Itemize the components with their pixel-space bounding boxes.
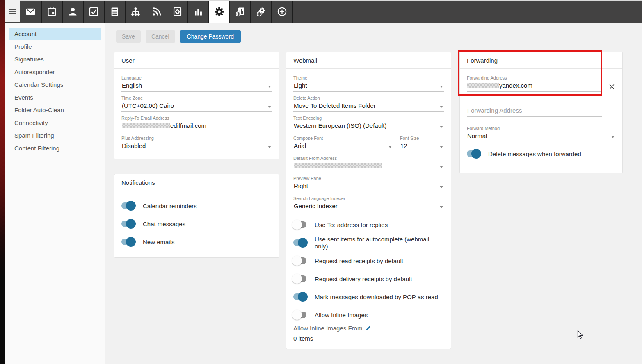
redacted-text: [467, 83, 499, 88]
text-encoding-select[interactable]: Text Encoding Western European (ISO) (De…: [293, 116, 444, 132]
forwarding-address-field[interactable]: Forwarding Address yandex.com: [467, 75, 602, 92]
search-language-indexer-select[interactable]: Search Language Indexer Generic Indexer: [293, 196, 444, 212]
gear-icon: [214, 6, 225, 17]
field-label: Plus Addressing: [121, 136, 272, 141]
menu-button[interactable]: [5, 0, 20, 22]
sidebar-item-label: Connectivity: [14, 119, 48, 126]
read-receipts-toggle[interactable]: [293, 257, 306, 264]
sent-items-autocomplete-toggle[interactable]: [293, 239, 306, 246]
forward-method-select[interactable]: Forward Method Normal: [467, 126, 615, 142]
use-to-address-toggle[interactable]: [293, 221, 306, 228]
toggle-knob: [292, 256, 302, 266]
toggle-label: Delete messages when forwarded: [488, 150, 581, 157]
sidebar-item-content-filtering[interactable]: Content Filtering: [9, 142, 101, 154]
calendar-reminders-toggle[interactable]: [121, 202, 135, 209]
notes-icon: [109, 6, 120, 17]
default-from-address-select[interactable]: Default From Address: [293, 156, 444, 172]
toolbar-calendar-button[interactable]: [41, 1, 62, 23]
toggle-label: Calendar reminders: [143, 202, 197, 209]
field-label: Default From Address: [293, 156, 444, 161]
sidebar-item-label: Events: [14, 94, 33, 101]
toggle-knob: [126, 201, 136, 211]
desktop-background-strip: [0, 0, 5, 364]
sidebar-item-signatures[interactable]: Signatures: [9, 53, 101, 65]
time-zone-select[interactable]: Time Zone (UTC+02:00) Cairo: [121, 96, 272, 112]
actions-row: Save Cancel Change Password: [116, 30, 241, 43]
cancel-button[interactable]: Cancel: [146, 30, 175, 43]
forwarding-card-title: Forwarding: [460, 52, 622, 69]
toggle-label: Mark messages downloaded by POP as read: [315, 293, 438, 300]
reply-to-email-field[interactable]: Reply-To Email Address ediffmail.com: [121, 116, 272, 132]
toolbar-filler: [292, 1, 642, 23]
sidebar-item-label: Content Filtering: [14, 145, 59, 152]
toolbar-news-feeds-button[interactable]: [146, 1, 167, 23]
sidebar-item-spam-filtering[interactable]: Spam Filtering: [9, 130, 101, 141]
toolbar-settings-button[interactable]: [208, 1, 229, 23]
toggle-label: Use To: address for replies: [315, 221, 388, 228]
webmail-card-title: Webmail: [286, 52, 451, 69]
chevron-down-icon: [440, 206, 443, 208]
field-value: Generic Indexer: [293, 202, 444, 212]
font-size-select[interactable]: Font Size 12: [400, 136, 444, 152]
compose-font-select[interactable]: Compose Font Arial: [293, 136, 393, 152]
download-box-icon: [172, 6, 183, 17]
domain-settings-icon: [256, 6, 267, 17]
pop-read-toggle[interactable]: [293, 293, 306, 300]
sidebar-item-profile[interactable]: Profile: [9, 41, 101, 52]
sidebar-item-calendar-settings[interactable]: Calendar Settings: [9, 79, 101, 91]
toggle-row-chat-messages: Chat messages: [121, 218, 272, 230]
toggle-row-sent-items-autocomplete: Use sent items for autocomplete (webmail…: [293, 237, 444, 248]
theme-select[interactable]: Theme Light: [293, 75, 444, 92]
toolbar-contacts-button[interactable]: [62, 1, 83, 23]
sidebar-item-connectivity[interactable]: Connectivity: [9, 117, 101, 129]
chevron-down-icon: [440, 166, 443, 168]
field-label: Delete Action: [293, 96, 444, 100]
toolbar-reports-button[interactable]: [187, 1, 208, 23]
remove-forwarding-address-button[interactable]: [608, 83, 615, 90]
sidebar-item-account[interactable]: Account: [9, 28, 101, 40]
redacted-text: [122, 123, 170, 128]
save-button[interactable]: Save: [116, 30, 141, 43]
toolbar-tasks-button[interactable]: [83, 1, 104, 23]
notifications-card-title: Notifications: [114, 174, 279, 191]
field-label: Theme: [293, 75, 444, 80]
preview-pane-select[interactable]: Preview Pane Right: [293, 176, 444, 192]
sidebar-item-label: Signatures: [14, 56, 44, 63]
chevron-down-icon: [268, 146, 271, 148]
new-forwarding-address-input[interactable]: [467, 107, 602, 117]
toggle-knob: [126, 237, 136, 247]
toolbar-tiles: [20, 1, 292, 23]
sidebar-item-label: Spam Filtering: [14, 132, 54, 139]
edit-pencil-icon[interactable]: [365, 325, 371, 331]
new-emails-toggle[interactable]: [121, 239, 135, 245]
tasks-icon: [88, 6, 99, 17]
toolbar-domain-settings-button[interactable]: [250, 1, 271, 23]
field-label: Language: [121, 75, 272, 80]
toggle-label: Allow Inline Images: [315, 312, 368, 318]
field-value: English: [121, 82, 272, 92]
toolbar-connections-button[interactable]: [125, 1, 146, 23]
toolbar-notes-button[interactable]: [104, 1, 125, 23]
language-select[interactable]: Language English: [121, 75, 272, 92]
plus-addressing-select[interactable]: Plus Addressing Disabled: [121, 136, 272, 152]
toggle-knob: [292, 220, 302, 230]
sidebar-item-folder-auto-clean[interactable]: Folder Auto-Clean: [9, 104, 101, 116]
toolbar-mail-button[interactable]: [20, 1, 41, 23]
toolbar-file-storage-button[interactable]: [167, 1, 187, 23]
field-value: 12: [400, 142, 444, 152]
toggle-knob: [298, 292, 308, 302]
toolbar-domain-reports-button[interactable]: [229, 1, 250, 23]
sidebar-item-autoresponder[interactable]: Autoresponder: [9, 66, 101, 78]
delete-action-select[interactable]: Delete Action Move To Deleted Items Fold…: [293, 96, 444, 112]
toggle-row-delivery-receipts: Request delivery receipts by default: [293, 273, 444, 284]
allow-inline-images-toggle[interactable]: [293, 312, 306, 318]
toggle-label: Request delivery receipts by default: [315, 275, 412, 282]
delete-when-forwarded-toggle[interactable]: [467, 150, 480, 157]
chat-messages-toggle[interactable]: [121, 221, 135, 227]
delivery-receipts-toggle[interactable]: [293, 275, 306, 282]
sidebar-item-events[interactable]: Events: [9, 91, 101, 103]
sidebar-item-label: Folder Auto-Clean: [14, 107, 64, 114]
toolbar-new-item-button[interactable]: [271, 1, 292, 23]
toggle-knob: [471, 149, 481, 159]
change-password-button[interactable]: Change Password: [180, 30, 241, 43]
